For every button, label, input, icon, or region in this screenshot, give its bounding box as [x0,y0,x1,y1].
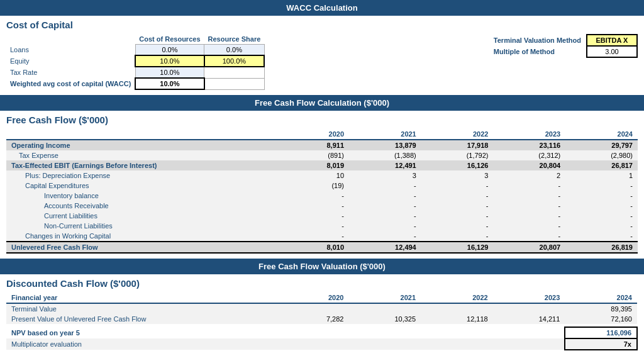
multiple-method-label: Multiple of Method [489,46,587,57]
wacc-row-wacc: Weighted avg cost of capital (WACC) 10.0… [6,78,264,89]
wacc-share [204,78,265,89]
npv-label: NPV based on year 5 [6,327,277,338]
dcf-year-header: Financial year 2020 2021 2022 2023 2024 [6,293,637,303]
operating-label: Operating Income [6,140,277,150]
fcf-label-col [6,129,277,140]
col-resource-share: Resource Share [204,34,265,45]
pv-2022: 12,118 [421,314,493,324]
dcf-year-2022: 2022 [421,293,493,303]
unlevered-label: Unlevered Free Cash Flow [6,242,277,253]
inv-2024: - [565,191,638,201]
dep-2023: 2 [493,170,565,181]
year-2024: 2024 [565,129,638,140]
inv-2020: - [277,191,349,201]
fcf-row-ebit: Tax-Effected EBIT (Earnings Before Inter… [6,160,638,170]
tax-2022: (1,792) [421,150,494,160]
fcf-row-cl: Current Liabilities - - - - - [6,211,638,221]
capex-2021: - [349,181,421,191]
loans-label: Loans [6,45,135,56]
wacc-header: WACC Calculation [0,0,644,16]
pv-label: Present Value of Unlevered Free Cash Flo… [6,314,277,324]
dep-2020: 10 [277,170,349,181]
multiple-method-row: Multiple of Method 3.00 [489,46,637,57]
ncl-2022: - [421,221,494,231]
wc-2021: - [349,231,421,242]
equity-cost[interactable]: 10.0% [135,55,204,67]
fcf-year-header: 2020 2021 2022 2023 2024 [6,129,638,140]
tv-label: Terminal Value [6,303,277,314]
wacc-left: Cost of Resources Resource Share Loans 0… [6,34,265,90]
capex-2024: - [565,181,638,191]
ebit-2020: 8,019 [277,160,349,170]
npv-2021 [348,327,421,338]
dcf-body: Financial year 2020 2021 2022 2023 2024 … [0,290,644,355]
ncl-label: Non-Current Liabilities [6,221,277,231]
capex-2023: - [493,181,565,191]
cl-2021: - [349,211,421,221]
dcf-table: Financial year 2020 2021 2022 2023 2024 … [6,293,638,350]
year-2020: 2020 [277,129,349,140]
fcf-header: Free Cash Flow Calculation ($'000) [0,95,644,111]
capex-label: Capital Expenditures [6,181,277,191]
terminal-method-value[interactable]: EBITDA X [587,35,637,46]
taxrate-share [204,67,265,78]
dep-2021: 3 [349,170,421,181]
tax-2020: (891) [277,150,349,160]
dcf-year-2020: 2020 [277,293,349,303]
year-2021: 2021 [349,129,421,140]
year-2022: 2022 [421,129,494,140]
tv-2020 [277,303,349,314]
fcf-row-unlevered: Unlevered Free Cash Flow 8,010 12,494 16… [6,242,638,253]
wc-2024: - [565,231,638,242]
wacc-row-taxrate: Tax Rate 10.0% [6,67,264,78]
ebit-2023: 20,804 [493,160,565,170]
wc-2022: - [421,231,494,242]
multiple-method-value[interactable]: 3.00 [587,46,637,57]
inv-2023: - [493,191,565,201]
dep-label: Plus: Depreciation Expense [6,170,277,181]
mult-2021 [348,338,421,350]
wacc-row-loans: Loans 0.0% 0.0% [6,45,264,56]
ar-label: Accounts Receivable [6,201,277,211]
inv-2021: - [349,191,421,201]
tv-2021 [348,303,421,314]
mult-2024: 7x [565,338,637,350]
mult-2023 [493,338,565,350]
cl-2022: - [421,211,494,221]
npv-2024: 116,096 [565,327,637,338]
cl-2024: - [565,211,638,221]
pv-2021: 10,325 [348,314,421,324]
fcf-row-tax: Tax Expense (891) (1,388) (1,792) (2,312… [6,150,638,160]
ar-2022: - [421,201,494,211]
ncl-2023: - [493,221,565,231]
equity-share[interactable]: 100.0% [204,55,265,67]
ebit-2021: 12,491 [349,160,421,170]
equity-label: Equity [6,55,135,67]
taxrate-label: Tax Rate [6,67,135,78]
tax-label: Tax Expense [6,150,277,160]
op-2023: 23,116 [493,140,565,150]
tv-2024: 89,395 [565,303,637,314]
loans-share: 0.0% [204,45,265,56]
inventory-label: Inventory balance [6,191,277,201]
ulev-2022: 16,129 [421,242,494,253]
wc-label: Changes in Working Capital [6,231,277,242]
pv-2020: 7,282 [277,314,349,324]
fcf-row-capex: Capital Expenditures (19) - - - - [6,181,638,191]
capex-2022: - [421,181,494,191]
loans-cost: 0.0% [135,45,204,56]
tv-2023 [493,303,565,314]
cl-2020: - [277,211,349,221]
dcf-row-terminal: Terminal Value 89,395 [6,303,637,314]
tax-2021: (1,388) [349,150,421,160]
ncl-2020: - [277,221,349,231]
ncl-2024: - [565,221,638,231]
tv-2022 [421,303,493,314]
op-2020: 8,911 [277,140,349,150]
fcf-row-ar: Accounts Receivable - - - - - [6,201,638,211]
ulev-2021: 12,494 [349,242,421,253]
taxrate-cost: 10.0% [135,67,204,78]
inv-2022: - [421,191,494,201]
dcf-year-2024: 2024 [565,293,637,303]
ar-2021: - [349,201,421,211]
